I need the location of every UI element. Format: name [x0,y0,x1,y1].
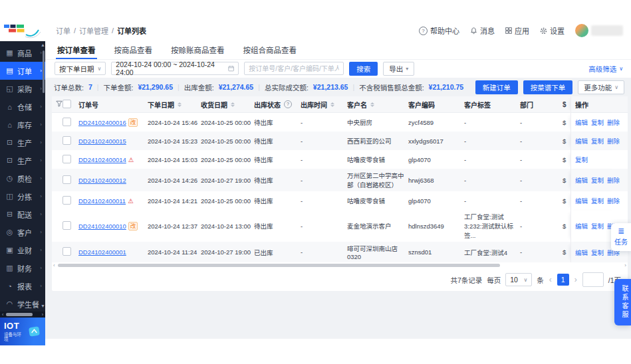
table-row[interactable]: DD24102400001 2024-10-24 11:24 2024-10-2… [52,242,628,262]
new-order-button[interactable]: 新建订单 [475,80,518,94]
task-panel-button[interactable]: ≣ 任务 [611,223,631,251]
copy-link[interactable]: 复制 [591,118,604,127]
iot-banner[interactable]: IOT 设备与环境 [0,318,45,345]
sidebar-scroll-up-icon[interactable]: ▲ [41,43,45,47]
sort-icon[interactable] [330,102,334,107]
copy-link[interactable]: 复制 [591,196,604,205]
contact-support-tab[interactable]: 联系客服 [614,279,631,325]
date-type-select[interactable]: 按下单日期 ∨ [55,62,106,75]
sidebar-item-finance[interactable]: ▥财务› [0,259,45,277]
edit-link[interactable]: 编辑 [575,221,588,230]
edit-link[interactable]: 编辑 [575,175,588,185]
tab-by-combo-product[interactable]: 按组合商品查看 [242,41,299,59]
page-size-select[interactable]: 10 ∨ [505,273,532,286]
date-range-input[interactable]: 2024-10-24 00:00 ~ 2024-10-24 24:00 [111,62,239,75]
tab-by-credit-product[interactable]: 按赊账商品查看 [170,41,226,59]
sort-icon[interactable] [370,102,374,107]
export-button[interactable]: 导出 ▾ [383,62,414,76]
delete-link[interactable]: 删除 [607,196,620,205]
edit-link[interactable]: 编辑 [575,136,588,145]
settings-button[interactable]: 设置 [540,25,565,36]
select-all-checkbox[interactable] [63,100,71,108]
sidebar-scroll-down-icon[interactable]: ▼ [41,304,45,308]
edit-link[interactable]: 编辑 [575,196,588,205]
sidebar-item-delivery[interactable]: ⊟配送› [0,205,45,223]
copy-link[interactable]: 复制 [591,136,604,145]
scrollbar-thumb[interactable] [58,264,500,267]
table-row[interactable]: DD24102400011⚠ 2024-10-24 14:21 2024-10-… [52,191,628,210]
help-center-button[interactable]: ? 帮助中心 [419,25,459,36]
sidebar-item-warehouse[interactable]: ⌂仓储› [0,98,45,116]
table-row[interactable]: DD24102400016改 2024-10-24 15:46 2024-10-… [52,113,628,132]
row-checkbox[interactable] [63,221,71,230]
next-page-button[interactable]: › [574,275,578,284]
user-account[interactable] [575,24,623,37]
order-by-recipe-button[interactable]: 按菜谱下单 [523,80,573,94]
header-out-time[interactable]: 出库时间 [301,98,347,112]
order-number-link[interactable]: DD24102400011 [78,197,126,205]
copy-link[interactable]: 复制 [591,175,604,185]
column-filter-icon[interactable] [52,98,63,110]
copy-link[interactable]: 复制 [591,221,604,230]
sidebar-item-purchase[interactable]: ◱采购› [0,80,45,98]
edit-link[interactable]: 编辑 [575,118,588,127]
table-row[interactable]: DD24102400014⚠ 2024-10-24 15:03 2024-10-… [52,150,628,169]
sidebar-item-biz-finance[interactable]: ▣业财› [0,241,45,259]
copy-link[interactable]: 复制 [591,248,604,257]
sidebar-vertical-scrollbar[interactable] [43,50,45,303]
table-row[interactable]: DD24102400015 2024-10-24 15:23 2024-10-2… [52,132,628,150]
scroll-right-icon[interactable]: › [42,312,43,318]
row-checkbox[interactable] [63,136,71,145]
sidebar-item-sorting[interactable]: ◫分拣› [0,187,45,205]
edit-link[interactable]: 编辑 [575,248,588,257]
sidebar-item-customers[interactable]: ◎客户› [0,223,45,241]
sidebar-item-orders[interactable]: ▤订单› [0,62,45,80]
delete-link[interactable]: 删除 [607,136,620,145]
page-jump-input[interactable] [582,272,604,287]
row-checkbox[interactable] [63,118,71,126]
sidebar-item-production-2[interactable]: ⊡生产› [0,151,45,169]
sidebar-item-reports[interactable]: ◔报表› [0,277,45,295]
tab-by-product[interactable]: 按商品查看 [113,41,154,59]
order-number-link[interactable]: DD24102400014 [78,156,126,163]
sidebar-horizontal-scrollbar[interactable]: ‹ › [0,312,45,318]
row-checkbox[interactable] [63,196,71,205]
more-actions-button[interactable]: 更多功能 ∨ [578,80,624,94]
copy-link[interactable]: 复制 [575,155,588,164]
apps-button[interactable]: 应用 [505,25,529,36]
breadcrumb-orders[interactable]: 订单 [56,25,70,36]
delete-link[interactable]: 删除 [607,175,620,185]
order-number-link[interactable]: DD24102400016 [78,119,126,126]
tab-by-order[interactable]: 按订单查看 [56,41,97,59]
delete-link[interactable]: 删除 [607,118,620,127]
search-button[interactable]: 搜索 [349,62,378,76]
row-checkbox[interactable] [63,155,71,163]
order-number-link[interactable]: DD24102400015 [78,137,126,145]
order-number-link[interactable]: DD24102400001 [78,248,126,256]
sidebar-item-production-1[interactable]: ⊡生产› [0,134,45,151]
prev-page-button[interactable]: ‹ [549,275,553,284]
header-delivery-date[interactable]: 收货日期 [201,98,254,112]
header-order-date[interactable]: 下单日期 [148,98,201,112]
advanced-filter-toggle[interactable]: 高级筛选 ∨ [588,64,623,74]
sidebar-item-goods[interactable]: ▦商品› [0,44,45,62]
scroll-left-icon[interactable]: ‹ [53,262,55,268]
table-row[interactable]: DD24102400010改 2024-10-24 12:37 2024-10-… [52,210,628,242]
sidebar-item-quality[interactable]: ◷质检› [0,169,45,187]
sidebar-item-inventory[interactable]: ⌂库存› [0,116,45,134]
row-checkbox[interactable] [63,247,71,256]
sort-icon[interactable] [178,102,182,107]
page-1-button[interactable]: 1 [557,274,569,286]
header-customer[interactable]: 客户名 [347,98,408,112]
row-checkbox[interactable] [63,175,71,184]
breadcrumb-order-mgmt[interactable]: 订单管理 [79,25,108,36]
help-circle-icon[interactable]: ? [284,100,292,108]
scroll-left-icon[interactable]: ‹ [2,312,3,318]
sidebar-item-student-meal[interactable]: ◠学生餐 [0,295,45,313]
sort-icon[interactable] [231,102,235,107]
scroll-right-icon[interactable]: › [624,262,626,268]
messages-button[interactable]: 消息 [470,25,495,36]
order-number-link[interactable]: DD24102400010 [78,223,126,230]
table-horizontal-scrollbar[interactable]: ‹ › [52,262,628,268]
app-logo[interactable] [0,20,45,41]
